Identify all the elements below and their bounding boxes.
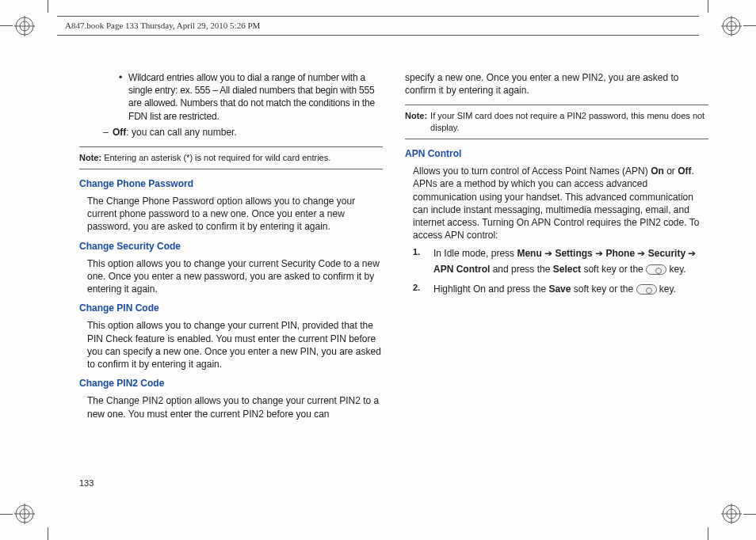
bullet-text: Wildcard entries allow you to dial a ran…	[128, 71, 383, 123]
ok-key-icon	[646, 264, 666, 275]
crop-mark-icon	[743, 25, 756, 26]
step-number: 1.	[413, 246, 433, 276]
paragraph: This option allows you to change your cu…	[87, 319, 383, 371]
paragraph: The Change Phone Password option allows …	[87, 195, 383, 234]
step-number: 2.	[413, 282, 433, 297]
note-box: Note: Entering an asterisk (*) is not re…	[79, 146, 383, 169]
crop-mark-icon	[708, 0, 708, 13]
crop-mark-icon	[743, 514, 756, 515]
step-2: 2. Highlight On and press the Save soft …	[413, 282, 708, 297]
registration-mark-icon	[14, 16, 35, 36]
bullet-icon: •	[119, 71, 128, 123]
note-label: Note:	[79, 153, 101, 162]
note-text: If your SIM card does not require a PIN2…	[430, 110, 708, 134]
paragraph: This option allows you to change your cu…	[87, 257, 383, 296]
page-number: 133	[79, 478, 94, 488]
note-label: Note:	[405, 110, 427, 134]
note-text: Entering an asterisk (*) is not required…	[101, 153, 330, 162]
heading-change-pin-code: Change PIN Code	[79, 302, 383, 314]
crop-mark-icon	[708, 527, 708, 540]
step-text: In Idle mode, press Menu ➔ Settings ➔ Ph…	[433, 246, 708, 276]
ok-key-icon	[636, 284, 657, 295]
bullet-item: • Wildcard entries allow you to dial a r…	[119, 71, 383, 123]
content-area: • Wildcard entries allow you to dial a r…	[79, 71, 708, 477]
paragraph: specify a new one. Once you enter a new …	[405, 71, 708, 97]
step-text: Highlight On and press the Save soft key…	[433, 282, 708, 297]
registration-mark-icon	[721, 504, 742, 524]
crop-mark-icon	[0, 514, 13, 515]
heading-change-phone-password: Change Phone Password	[79, 177, 383, 190]
header-rule	[57, 35, 699, 36]
step-1: 1. In Idle mode, press Menu ➔ Settings ➔…	[413, 246, 708, 276]
registration-mark-icon	[721, 16, 742, 36]
header-rule	[57, 16, 699, 17]
note-box: Note: If your SIM card does not require …	[405, 105, 708, 139]
paragraph: Allows you to turn control of Access Poi…	[413, 165, 708, 241]
paragraph: The Change PIN2 option allows you to cha…	[87, 394, 383, 420]
page: A847.book Page 133 Thursday, April 29, 2…	[0, 0, 756, 540]
heading-change-security-code: Change Security Code	[79, 240, 383, 253]
right-column: specify a new one. Once you enter a new …	[405, 71, 708, 477]
running-header: A847.book Page 133 Thursday, April 29, 2…	[65, 21, 260, 30]
crop-mark-icon	[48, 527, 48, 540]
dash-icon: –	[103, 126, 113, 139]
registration-mark-icon	[14, 504, 35, 524]
dash-text: Off: you can call any number.	[113, 126, 237, 139]
heading-change-pin2-code: Change PIN2 Code	[79, 377, 383, 390]
crop-mark-icon	[48, 0, 48, 13]
left-column: • Wildcard entries allow you to dial a r…	[79, 71, 383, 477]
crop-mark-icon	[0, 25, 13, 26]
dash-item: – Off: you can call any number.	[103, 126, 383, 139]
heading-apn-control: APN Control	[405, 147, 708, 160]
